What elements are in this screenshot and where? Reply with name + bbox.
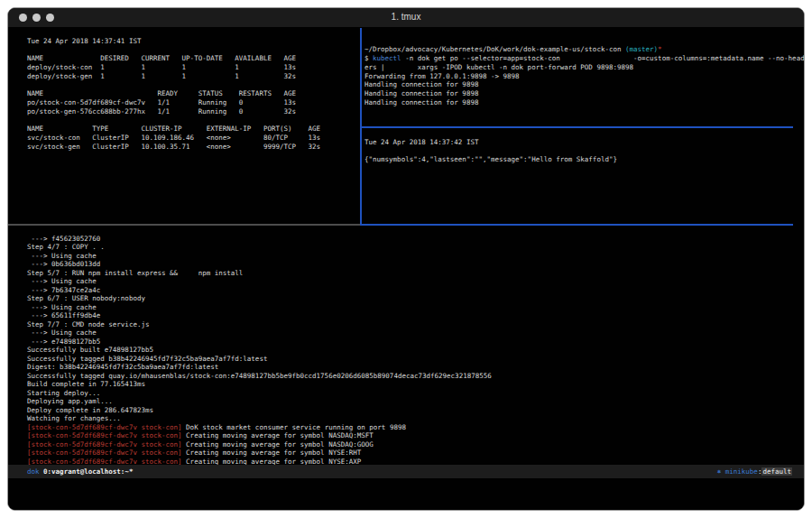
status-left: dok 0:vagrant@localhost:~* xyxy=(27,467,133,476)
terminal-window: 1. tmux Tue 24 Apr 2018 14:37:41 IST NAM… xyxy=(7,7,805,511)
window-title: 1. tmux xyxy=(8,12,804,22)
tmux-window-item[interactable]: 0:vagrant@localhost:~* xyxy=(40,467,134,476)
pane-skaffold-build-log[interactable]: ---> f45623052760Step 4/7 : COPY . . ---… xyxy=(27,235,492,467)
tmux-session-name: dok xyxy=(27,467,40,476)
kube-namespace-badge: default xyxy=(761,467,792,476)
pane-curl-output[interactable]: Tue 24 Apr 2018 14:37:42 IST {"numsymbol… xyxy=(364,138,617,164)
status-right: ⎈ minikube : default xyxy=(717,467,792,476)
kube-context-icon-label: ⎈ minikube xyxy=(717,467,758,476)
pane-kubectl-resources[interactable]: Tue 24 Apr 2018 14:37:41 IST NAME DESIRE… xyxy=(27,37,320,152)
tmux-status-bar: dok 0:vagrant@localhost:~* ⎈ minikube : … xyxy=(8,465,804,478)
pane-divider-horizontal-bottom-left[interactable] xyxy=(8,224,360,226)
pane-divider-horizontal-right[interactable] xyxy=(362,126,793,128)
window-titlebar[interactable]: 1. tmux xyxy=(8,8,804,28)
pane-port-forward[interactable]: ~/Dropbox/advocacy/Kubernetes/DoK/work/d… xyxy=(364,37,805,107)
pane-divider-horizontal-bottom-right[interactable] xyxy=(360,224,793,226)
tmux-session: Tue 24 Apr 2018 14:37:41 IST NAME DESIRE… xyxy=(8,28,804,510)
